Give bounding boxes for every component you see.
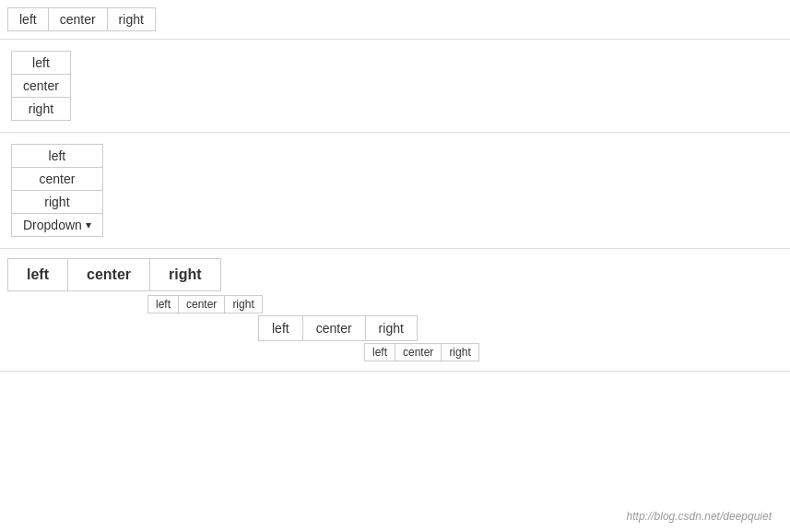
section4-inner: left center right left center right xyxy=(7,258,783,361)
btn-center-small[interactable]: center xyxy=(179,295,225,313)
btn-group-vertical-1: left center right xyxy=(11,51,71,121)
section-3: left center right Dropdown xyxy=(0,133,790,249)
btn-left-2[interactable]: left xyxy=(11,51,71,75)
btn-right-medium[interactable]: right xyxy=(366,315,418,341)
watermark: http://blog.csdn.net/deepquiet xyxy=(627,510,772,523)
btn-left-large[interactable]: left xyxy=(7,258,68,291)
btn-group-xsmall: left center right xyxy=(364,343,479,361)
btn-center-xsmall[interactable]: center xyxy=(395,343,442,361)
btn-center-large[interactable]: center xyxy=(68,258,150,291)
btn-right-large[interactable]: right xyxy=(150,258,221,291)
row-xsmall: left center right xyxy=(7,343,783,361)
btn-group-large: left center right xyxy=(7,258,221,291)
row-medium: left center right xyxy=(7,315,783,341)
btn-right-1[interactable]: right xyxy=(108,7,156,31)
btn-center-3[interactable]: center xyxy=(11,168,103,191)
btn-left-small[interactable]: left xyxy=(147,295,179,313)
page-container: left center right left center right left… xyxy=(0,0,790,532)
btn-left-1[interactable]: left xyxy=(7,7,49,31)
section-4: left center right left center right xyxy=(0,249,790,372)
btn-center-2[interactable]: center xyxy=(11,75,71,98)
section-1: left center right xyxy=(0,0,790,40)
btn-group-medium: left center right xyxy=(258,315,418,341)
btn-right-2[interactable]: right xyxy=(11,98,71,121)
btn-center-1[interactable]: center xyxy=(49,7,108,31)
btn-right-small[interactable]: right xyxy=(225,295,262,313)
row-small: left center right xyxy=(7,295,783,313)
watermark-url: http://blog.csdn.net/deepquiet xyxy=(627,510,772,523)
btn-right-xsmall[interactable]: right xyxy=(442,343,478,361)
btn-group-small: left center right xyxy=(147,295,263,313)
btn-center-medium[interactable]: center xyxy=(303,315,366,341)
btn-group-horizontal-1: left center right xyxy=(7,7,156,31)
btn-left-3[interactable]: left xyxy=(11,144,103,168)
row-large: left center right xyxy=(7,258,783,291)
btn-left-xsmall[interactable]: left xyxy=(364,343,395,361)
btn-right-3[interactable]: right xyxy=(11,191,103,214)
btn-dropdown-3[interactable]: Dropdown xyxy=(11,214,103,237)
btn-left-medium[interactable]: left xyxy=(258,315,303,341)
btn-group-vertical-2: left center right Dropdown xyxy=(11,144,103,237)
section-2: left center right xyxy=(0,40,790,133)
